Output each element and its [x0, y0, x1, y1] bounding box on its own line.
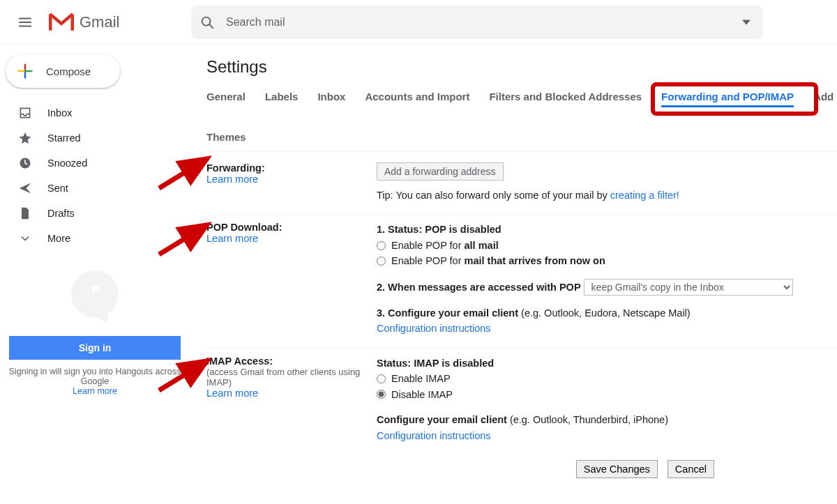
sidebar-item-inbox[interactable]: Inbox: [0, 100, 190, 125]
tab-inbox[interactable]: Inbox: [317, 91, 345, 107]
imap-status-label: Status:: [377, 358, 414, 369]
search-bar[interactable]: [191, 6, 763, 39]
hamburger-icon: [17, 15, 33, 30]
hangouts-signin-button[interactable]: Sign in: [9, 336, 181, 360]
forwarding-heading: Forwarding:: [206, 162, 377, 174]
sidebar-item-drafts[interactable]: Drafts: [0, 201, 190, 226]
nav-list: Inbox Starred Snoozed Sent Drafts More: [0, 100, 190, 251]
search-wrap: [191, 6, 763, 39]
pop-opt1-bold: all mail: [465, 240, 499, 251]
cancel-button[interactable]: Cancel: [668, 460, 714, 478]
search-options-button[interactable]: [738, 14, 755, 31]
imap-config-link[interactable]: Configuration instructions: [377, 430, 491, 441]
plus-icon: [15, 61, 35, 81]
search-input[interactable]: [215, 16, 738, 29]
imap-learn-link[interactable]: Learn more: [206, 388, 258, 399]
sidebar-item-label: Sent: [47, 183, 68, 194]
tab-forwarding[interactable]: Forwarding and POP/IMAP: [661, 91, 794, 107]
create-filter-link[interactable]: creating a filter!: [610, 190, 679, 201]
tab-labels[interactable]: Labels: [265, 91, 299, 107]
pop-config-link[interactable]: Configuration instructions: [377, 323, 491, 334]
sidebar-item-label: Snoozed: [47, 158, 87, 169]
imap-enable-label: Enable IMAP: [391, 371, 451, 386]
imap-enable-radio[interactable]: [377, 374, 386, 383]
tab-accounts[interactable]: Accounts and Import: [365, 91, 469, 107]
main-menu-button[interactable]: [8, 6, 42, 39]
sidebar-item-snoozed[interactable]: Snoozed: [0, 151, 190, 176]
sidebar-item-starred[interactable]: Starred: [0, 125, 190, 151]
tab-addons[interactable]: Add: [813, 91, 834, 107]
forwarding-learn-link[interactable]: Learn more: [206, 174, 258, 185]
pop-opt1-text: Enable POP for: [391, 240, 465, 251]
imap-config-label: Configure your email client: [377, 414, 510, 425]
hangouts-learn-more-link[interactable]: Learn more: [73, 386, 117, 396]
save-cancel-row: Save Changes Cancel: [206, 460, 837, 478]
settings-main: Settings General Labels Inbox Accounts a…: [190, 45, 837, 504]
sidebar: Compose Inbox Starred Snoozed Sent Draft…: [0, 45, 190, 504]
sidebar-item-sent[interactable]: Sent: [0, 176, 190, 201]
pop-status-value: POP is disabled: [425, 224, 501, 235]
compose-label: Compose: [46, 66, 91, 77]
pop-step2-label: 2. When messages are accessed with POP: [377, 282, 581, 293]
imap-config-eg: (e.g. Outlook, Thunderbird, iPhone): [510, 414, 668, 425]
star-icon: [18, 131, 32, 145]
gmail-logo[interactable]: Gmail: [45, 13, 191, 32]
tab-filters[interactable]: Filters and Blocked Addresses: [489, 91, 642, 107]
sidebar-item-label: More: [47, 233, 70, 244]
hangouts-note: Signing in will sign you into Hangouts a…: [7, 367, 183, 386]
app-header: Gmail: [0, 0, 837, 45]
pop-opt2-bold: mail that arrives from now on: [465, 255, 605, 266]
hangouts-icon: ❞: [71, 270, 119, 318]
pop-action-select[interactable]: keep Gmail's copy in the Inbox: [584, 279, 793, 296]
pop-status-label: 1. Status:: [377, 224, 425, 235]
sidebar-item-label: Drafts: [47, 208, 75, 219]
svg-line-4: [209, 24, 213, 28]
imap-disable-radio[interactable]: [377, 390, 386, 399]
clock-icon: [18, 156, 32, 170]
pop-step3-label: 3. Configure your email client: [377, 307, 521, 319]
inbox-icon: [18, 106, 32, 120]
sidebar-item-label: Inbox: [47, 107, 72, 119]
caret-down-icon: [742, 18, 751, 26]
pop-enable-all-radio[interactable]: [377, 241, 386, 250]
file-icon: [18, 206, 32, 220]
page-title: Settings: [206, 57, 837, 77]
sidebar-item-more[interactable]: More: [0, 226, 190, 251]
gmail-icon: [49, 13, 74, 32]
pop-section: POP Download: Learn more 1. Status: POP …: [206, 215, 837, 348]
forwarding-section: Forwarding: Learn more Add a forwarding …: [206, 155, 837, 215]
settings-table: Forwarding: Learn more Add a forwarding …: [206, 155, 837, 455]
hangouts-panel: ❞ Sign in Signing in will sign you into …: [0, 270, 190, 396]
tab-general[interactable]: General: [206, 91, 246, 107]
send-icon: [18, 181, 32, 195]
pop-opt2-text: Enable POP for: [391, 255, 465, 266]
add-forwarding-button[interactable]: Add a forwarding address: [377, 162, 504, 181]
imap-subheading: (access Gmail from other clients using I…: [206, 367, 377, 388]
imap-heading: IMAP Access:: [206, 356, 377, 367]
svg-rect-2: [71, 14, 75, 30]
forwarding-tip-text: Tip: You can also forward only some of y…: [377, 190, 610, 201]
search-icon: [199, 15, 215, 30]
settings-tabs: General Labels Inbox Accounts and Import…: [206, 91, 837, 152]
save-button[interactable]: Save Changes: [576, 460, 658, 478]
pop-step3-eg: (e.g. Outlook, Eudora, Netscape Mail): [521, 307, 691, 319]
pop-learn-link[interactable]: Learn more: [206, 233, 258, 244]
svg-rect-1: [49, 14, 52, 30]
imap-disable-label: Disable IMAP: [391, 387, 453, 402]
compose-button[interactable]: Compose: [6, 54, 120, 88]
imap-status-value: IMAP is disabled: [414, 358, 494, 369]
pop-heading: POP Download:: [206, 222, 377, 233]
tab-themes[interactable]: Themes: [206, 131, 837, 146]
imap-section: IMAP Access: (access Gmail from other cl…: [206, 348, 837, 455]
chevron-down-icon: [18, 231, 32, 245]
pop-enable-new-radio[interactable]: [377, 257, 386, 266]
logo-text: Gmail: [80, 13, 119, 31]
sidebar-item-label: Starred: [47, 132, 81, 144]
